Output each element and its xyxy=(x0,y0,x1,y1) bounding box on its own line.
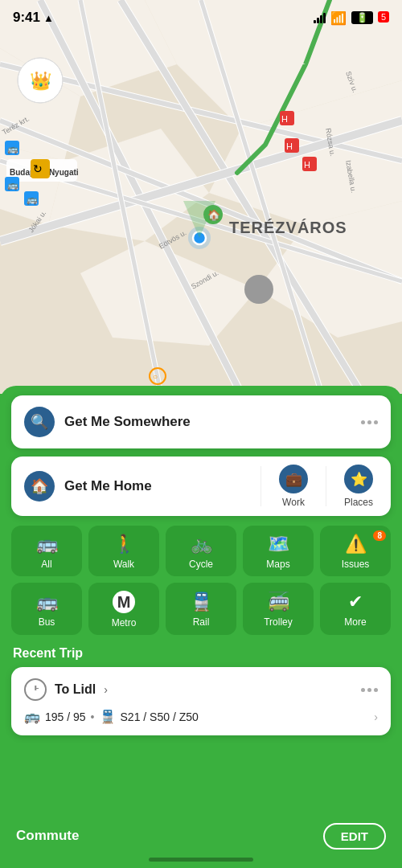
home-icon-circle: 🏠 xyxy=(24,471,55,502)
get-me-home-button[interactable]: 🏠 Get Me Home xyxy=(11,460,260,513)
work-button[interactable]: 💼 Work xyxy=(261,457,326,516)
clock-icon xyxy=(24,678,47,701)
search-icon: 🔍 xyxy=(31,413,48,431)
places-button[interactable]: ⭐ Places xyxy=(326,457,391,516)
metro-label: Metro xyxy=(112,617,137,628)
work-label: Work xyxy=(282,497,305,508)
trip-card-top: To Lidl › xyxy=(24,678,378,701)
bus-route-text: 195 / 95 xyxy=(45,710,86,723)
maps-label: Maps xyxy=(266,559,289,570)
battery-icon: 🔋 xyxy=(351,11,373,24)
transport-issues-button[interactable]: ⚠️ Issues 8 xyxy=(320,526,391,576)
carrier-icon: 5 xyxy=(378,11,389,23)
trip-card-bottom: 🚌 195 / 95 • 🚆 S21 / S50 / Z50 › xyxy=(24,709,378,724)
transport-more-button[interactable]: ✔ More xyxy=(320,583,391,635)
cycle-icon: 🚲 xyxy=(191,534,212,555)
dot-icon xyxy=(374,420,378,424)
transport-grid: 🚌 All 🚶 Walk 🚲 Cycle 🗺️ Maps ⚠️ Issues 8… xyxy=(11,526,391,635)
all-transport-icon: 🚌 xyxy=(36,534,58,555)
walk-label: Walk xyxy=(113,559,134,570)
transport-maps-button[interactable]: 🗺️ Maps xyxy=(243,526,314,576)
rail-route-icon: 🚆 xyxy=(100,709,116,724)
location-arrow-icon: ▲ xyxy=(43,12,54,24)
cycle-label: Cycle xyxy=(189,559,213,570)
recent-trip-section: Recent Trip To Lidl › 🚌 195 / 95 • xyxy=(11,646,391,735)
status-bar: 9:41 ▲ 📶 🔋 5 xyxy=(0,0,402,35)
dot-icon xyxy=(361,688,365,692)
status-time: 9:41 ▲ xyxy=(13,10,54,26)
transport-bus-button[interactable]: 🚌 Bus xyxy=(11,583,82,635)
metro-icon: M xyxy=(113,591,135,613)
svg-text:↻: ↻ xyxy=(33,162,43,175)
status-icons: 📶 🔋 5 xyxy=(314,10,389,26)
rail-label: Rail xyxy=(193,616,210,628)
trip-more-button[interactable] xyxy=(361,688,378,692)
dot-icon xyxy=(361,420,365,424)
issues-icon: ⚠️ xyxy=(345,534,367,555)
quick-destinations-row: 🏠 Get Me Home 💼 Work ⭐ Places xyxy=(11,457,391,516)
edit-commute-button[interactable]: EDIT xyxy=(323,823,386,850)
home-label: Get Me Home xyxy=(64,478,152,494)
dot-icon xyxy=(374,688,378,692)
work-icon-circle: 💼 xyxy=(279,465,308,493)
svg-text:🚌: 🚌 xyxy=(27,194,38,205)
svg-text:○: ○ xyxy=(153,372,158,381)
transport-trolley-button[interactable]: 🚎 Trolley xyxy=(243,583,314,635)
transport-cycle-button[interactable]: 🚲 Cycle xyxy=(166,526,236,576)
bus-route-icon: 🚌 xyxy=(24,709,40,724)
issues-label: Issues xyxy=(342,559,370,570)
all-label: All xyxy=(41,559,51,570)
svg-text:👑: 👑 xyxy=(30,70,52,92)
places-icon: ⭐ xyxy=(351,471,367,488)
issues-badge: 8 xyxy=(373,530,386,541)
svg-text:TERÉZVÁROS: TERÉZVÁROS xyxy=(229,219,347,236)
trip-name: To Lidl xyxy=(55,682,96,697)
trip-routes: 🚌 195 / 95 • 🚆 S21 / S50 / Z50 xyxy=(24,709,199,724)
search-icon-circle[interactable]: 🔍 xyxy=(24,407,55,437)
trip-card-left: To Lidl › xyxy=(24,678,108,701)
transport-rail-button[interactable]: 🚆 Rail xyxy=(166,583,236,635)
more-options-button[interactable] xyxy=(361,420,378,424)
trip-card[interactable]: To Lidl › 🚌 195 / 95 • 🚆 S21 / S50 / Z50 xyxy=(11,667,391,735)
route-separator: • xyxy=(91,710,95,723)
wifi-icon: 📶 xyxy=(330,10,347,26)
transport-all-button[interactable]: 🚌 All xyxy=(11,526,82,576)
bottom-panel: 🔍 Get Me Somewhere 🏠 Get Me Home 💼 Work xyxy=(0,386,402,868)
svg-point-50 xyxy=(244,275,273,304)
transport-metro-button[interactable]: M Metro xyxy=(88,583,159,635)
svg-text:H: H xyxy=(286,141,293,151)
dot-icon xyxy=(367,688,371,692)
more-icon: ✔ xyxy=(348,592,363,612)
rail-icon: 🚆 xyxy=(191,592,212,612)
bus-icon: 🚌 xyxy=(36,592,58,612)
transport-walk-button[interactable]: 🚶 Walk xyxy=(88,526,159,576)
maps-icon: 🗺️ xyxy=(268,534,289,555)
dot-icon xyxy=(367,420,371,424)
search-bar-left: 🔍 Get Me Somewhere xyxy=(24,407,191,437)
more-label: More xyxy=(344,616,366,628)
rail-route-text: S21 / S50 / Z50 xyxy=(121,710,199,723)
commute-bar: Commute EDIT xyxy=(0,812,402,868)
search-label[interactable]: Get Me Somewhere xyxy=(64,414,191,430)
commute-label: Commute xyxy=(16,828,79,844)
recent-trip-title: Recent Trip xyxy=(11,646,391,661)
time-display: 9:41 xyxy=(13,10,40,26)
signal-icon xyxy=(314,13,326,23)
walk-icon: 🚶 xyxy=(113,534,135,555)
bus-label: Bus xyxy=(39,616,55,628)
places-icon-circle: ⭐ xyxy=(344,465,373,493)
trolley-icon: 🚎 xyxy=(268,592,289,612)
svg-text:🏠: 🏠 xyxy=(207,208,221,222)
trip-chevron-icon: › xyxy=(374,710,378,723)
search-bar[interactable]: 🔍 Get Me Somewhere xyxy=(11,395,391,448)
home-indicator xyxy=(149,858,253,862)
svg-text:H: H xyxy=(281,114,288,124)
trolley-label: Trolley xyxy=(264,616,293,628)
map-view[interactable]: Teréz krt. Szív u. Rózsa u. Izabella u. … xyxy=(0,0,402,394)
svg-text:🚌: 🚌 xyxy=(7,143,18,154)
work-icon: 💼 xyxy=(285,471,302,488)
trip-forward-arrow-icon: › xyxy=(104,683,108,696)
home-icon: 🏠 xyxy=(31,477,48,495)
svg-text:🚌: 🚌 xyxy=(7,179,18,190)
svg-text:H: H xyxy=(304,160,310,170)
